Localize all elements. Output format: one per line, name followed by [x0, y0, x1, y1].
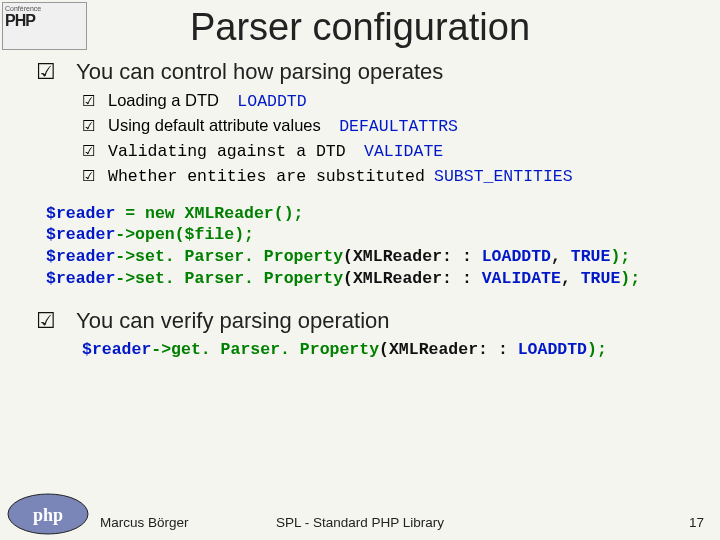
section-1-heading: You can control how parsing operates	[76, 59, 696, 85]
item-text: Loading a DTD	[108, 91, 219, 109]
list-item: ☑ Whether entities are substituted SUBST…	[82, 164, 696, 189]
item-const: LOADDTD	[237, 92, 306, 111]
code-block-2: $reader->get. Parser. Property(XMLReader…	[82, 340, 696, 359]
list-item: ☑ Loading a DTD LOADDTD	[82, 89, 696, 114]
item-const: DEFAULTATTRS	[339, 117, 458, 136]
checkbox-icon: ☑	[82, 115, 108, 137]
section-2: ☑ You can verify parsing operation	[36, 308, 696, 338]
code-line: $reader->set. Parser. Property(XMLReader…	[46, 246, 696, 268]
list-item: ☑ Validating against a DTD VALIDATE	[82, 139, 696, 164]
section-1-list: ☑ Loading a DTD LOADDTD ☑ Using default …	[76, 89, 696, 189]
slide-title: Parser configuration	[0, 6, 720, 49]
badge-line2: PHP	[5, 12, 84, 30]
item-const: SUBST_ENTITIES	[434, 167, 573, 186]
footer-page: 17	[689, 515, 704, 530]
section-2-heading: You can verify parsing operation	[76, 308, 696, 334]
checkbox-icon: ☑	[36, 59, 76, 85]
footer-center: SPL - Standard PHP Library	[0, 515, 720, 530]
code-block-1: $reader = new XMLReader(); $reader->open…	[46, 203, 696, 290]
checkbox-icon: ☑	[82, 90, 108, 112]
code-line: $reader->open($file);	[46, 224, 696, 246]
item-text: Validating against a DTD	[108, 142, 346, 161]
slide-content: ☑ You can control how parsing operates ☑…	[0, 59, 720, 359]
checkbox-icon: ☑	[82, 140, 108, 162]
item-text: Using default attribute values	[108, 116, 321, 134]
checkbox-icon: ☑	[82, 165, 108, 187]
code-line: $reader = new XMLReader();	[46, 203, 696, 225]
conference-badge: Conférence PHP	[2, 2, 87, 50]
footer: php Marcus Börger SPL - Standard PHP Lib…	[0, 492, 720, 536]
checkbox-icon: ☑	[36, 308, 76, 334]
item-const: VALIDATE	[364, 142, 443, 161]
badge-line1: Conférence	[5, 5, 84, 12]
section-1: ☑ You can control how parsing operates ☑…	[36, 59, 696, 189]
code-line: $reader->set. Parser. Property(XMLReader…	[46, 268, 696, 290]
item-text: Whether entities are substituted	[108, 167, 425, 186]
list-item: ☑ Using default attribute values DEFAULT…	[82, 114, 696, 139]
